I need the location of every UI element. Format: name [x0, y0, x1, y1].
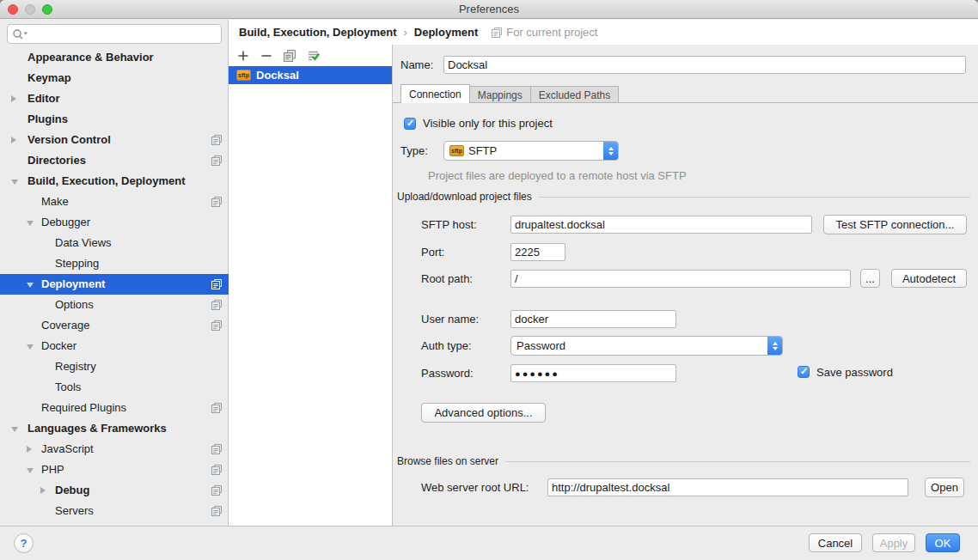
type-hint: Project files are deployed to a remote h…: [428, 169, 687, 182]
chevron-right-icon[interactable]: [11, 95, 16, 102]
sidebar-item-editor[interactable]: Editor: [0, 88, 229, 109]
per-project-icon: [492, 27, 502, 38]
sidebar-item-build-execution-deployment[interactable]: Build, Execution, Deployment: [0, 171, 229, 192]
chevron-right-icon[interactable]: [27, 446, 32, 453]
breadcrumb-separator: ›: [403, 26, 406, 39]
copy-server-button[interactable]: [284, 50, 296, 62]
chevron-down-icon[interactable]: [27, 468, 34, 473]
apply-button[interactable]: Apply: [872, 533, 915, 552]
section-divider: [539, 197, 970, 198]
web-root-field[interactable]: [547, 478, 908, 496]
root-path-field[interactable]: [510, 270, 851, 288]
user-name-field[interactable]: [510, 310, 676, 328]
root-path-browse-button[interactable]: ...: [860, 269, 880, 288]
sidebar-item-servers[interactable]: Servers: [0, 501, 229, 521]
server-item-docksal[interactable]: sftp Docksal: [229, 66, 392, 84]
sidebar-item-version-control[interactable]: Version Control: [0, 130, 229, 150]
scope-label: For current project: [506, 26, 597, 39]
visible-only-checkbox[interactable]: [404, 118, 416, 130]
sidebar-item-debugger[interactable]: Debugger: [0, 212, 229, 233]
sidebar-item-tools[interactable]: Tools: [0, 377, 229, 398]
auth-type-select[interactable]: Password: [510, 336, 783, 356]
autodetect-button[interactable]: Autodetect: [891, 269, 967, 288]
per-project-icon: [211, 320, 222, 331]
settings-search-field[interactable]: [7, 24, 222, 44]
save-password-checkbox[interactable]: [798, 366, 810, 378]
sidebar-item-directories[interactable]: Directories: [0, 150, 229, 171]
type-select[interactable]: sftp SFTP: [443, 141, 619, 161]
title-bar[interactable]: Preferences: [0, 0, 978, 19]
cancel-button[interactable]: Cancel: [809, 533, 862, 552]
sidebar-item-deployment[interactable]: Deployment: [0, 274, 229, 295]
sidebar-item-data-views[interactable]: Data Views: [0, 233, 229, 253]
sidebar-item-label: Data Views: [55, 233, 112, 253]
breadcrumb-section[interactable]: Build, Execution, Deployment: [239, 26, 396, 39]
sidebar-item-coverage[interactable]: Coverage: [0, 315, 229, 336]
sidebar-item-required-plugins[interactable]: Required Plugins: [0, 398, 229, 418]
per-project-icon: [211, 197, 222, 207]
chevron-down-icon[interactable]: [27, 344, 34, 350]
deployment-form: Name: ConnectionMappingsExcluded Paths V…: [393, 45, 978, 526]
auth-type-label: Auth type:: [421, 337, 472, 355]
sidebar-item-label: Version Control: [28, 130, 111, 150]
window-title: Preferences: [0, 3, 978, 15]
password-field[interactable]: [510, 364, 676, 382]
per-project-icon: [211, 465, 222, 475]
sidebar-item-keymap[interactable]: Keymap: [0, 68, 229, 88]
per-project-icon: [211, 135, 222, 145]
sidebar-item-label: Docker: [41, 336, 76, 356]
tab-connection[interactable]: Connection: [400, 84, 470, 103]
browse-section-header: Browse files on server: [397, 455, 970, 467]
save-password-label: Save password: [816, 366, 893, 380]
chevron-down-icon[interactable]: [27, 221, 34, 226]
sidebar-item-debug[interactable]: Debug: [0, 480, 229, 501]
sidebar-item-label: Debug: [55, 480, 89, 501]
type-value: SFTP: [468, 144, 497, 157]
open-url-button[interactable]: Open: [925, 478, 964, 497]
chevron-down-icon[interactable]: [11, 180, 18, 185]
chevron-right-icon[interactable]: [11, 137, 16, 143]
sidebar-item-stepping[interactable]: Stepping: [0, 253, 229, 274]
sftp-host-field[interactable]: [510, 216, 812, 234]
advanced-options-button[interactable]: Advanced options...: [421, 403, 546, 423]
scope-indicator: For current project: [492, 26, 597, 39]
sidebar-item-plugins[interactable]: Plugins: [0, 109, 229, 130]
tab-mappings[interactable]: Mappings: [469, 86, 531, 103]
dropdown-stepper-icon: [603, 142, 618, 160]
sidebar-item-label: Options: [55, 295, 94, 315]
chevron-down-icon[interactable]: [11, 427, 18, 432]
name-field[interactable]: [443, 56, 966, 74]
search-input[interactable]: [29, 27, 221, 41]
sidebar-item-php[interactable]: PHP: [0, 460, 229, 480]
chevron-right-icon[interactable]: [40, 487, 46, 494]
sftp-file-icon: sftp: [449, 145, 464, 156]
use-as-default-button[interactable]: [307, 50, 320, 62]
name-label: Name:: [400, 56, 433, 74]
help-button[interactable]: ?: [14, 533, 34, 553]
tab-bar: ConnectionMappingsExcluded Paths: [400, 84, 618, 103]
sidebar-item-javascript[interactable]: JavaScript: [0, 439, 229, 460]
test-sftp-connection-button[interactable]: Test SFTP connection...: [823, 215, 967, 234]
ok-button[interactable]: OK: [926, 533, 960, 552]
settings-sidebar: Appearance & BehaviorKeymapEditorPlugins…: [0, 20, 229, 526]
sftp-file-icon: sftp: [236, 70, 251, 81]
sidebar-item-make[interactable]: Make: [0, 192, 229, 212]
upload-section-header: Upload/download project files: [397, 191, 970, 203]
sidebar-item-options[interactable]: Options: [0, 295, 229, 315]
sidebar-item-label: JavaScript: [41, 439, 94, 460]
visible-only-label: Visible only for this project: [423, 117, 553, 131]
port-label: Port:: [421, 243, 444, 261]
server-list-toolbar: [229, 45, 392, 65]
tab-excluded-paths[interactable]: Excluded Paths: [530, 86, 619, 103]
port-field[interactable]: [510, 243, 565, 261]
add-server-button[interactable]: [237, 50, 249, 62]
chevron-down-icon[interactable]: [27, 283, 34, 288]
sidebar-item-registry[interactable]: Registry: [0, 356, 229, 377]
sidebar-item-appearance-behavior[interactable]: Appearance & Behavior: [0, 47, 229, 68]
remove-server-button[interactable]: [260, 50, 272, 62]
sidebar-item-label: Stepping: [55, 253, 99, 274]
sidebar-item-languages-frameworks[interactable]: Languages & Frameworks: [0, 418, 229, 439]
sidebar-item-label: Debugger: [41, 212, 90, 233]
sidebar-item-docker[interactable]: Docker: [0, 336, 229, 356]
sftp-host-label: SFTP host:: [421, 216, 477, 234]
